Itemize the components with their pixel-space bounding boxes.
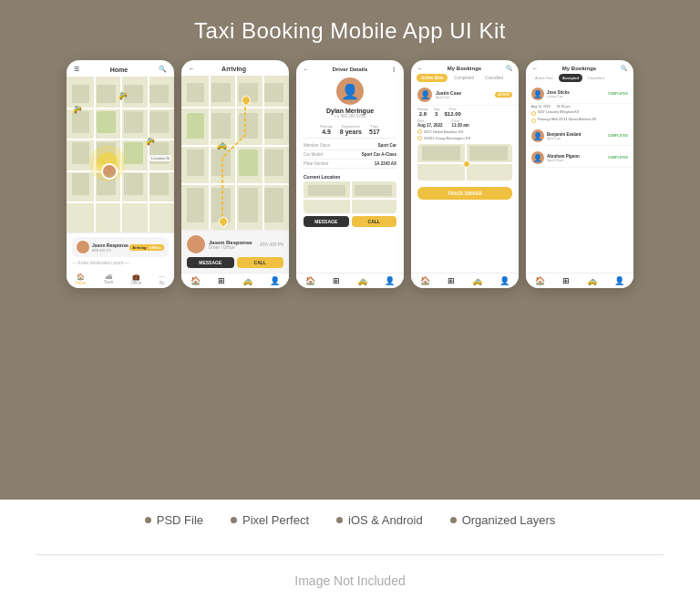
trips-value: 517 (369, 129, 380, 135)
driver-arriving-bar: Jason Response ATA 430 P9 Arriving 4 Mil… (72, 237, 169, 257)
phone2-nav: 🏠 ⊞ 🚕 👤 (181, 273, 289, 288)
nav-car-icon-p5[interactable]: 🚕 (587, 276, 597, 285)
nav-grid-icon-p3[interactable]: ⊞ (333, 276, 340, 285)
driver-detail-p2: Jason Response Driver / Officer (209, 240, 256, 250)
top-section: Taxi Booking Mobile App UI Kit ☰ Home 🔍 (0, 0, 700, 500)
tab-cancelled[interactable]: Cancelled (480, 74, 508, 82)
feature-organized: Organized Layers (450, 513, 556, 527)
call-btn-p3[interactable]: CALL (352, 216, 397, 227)
town-icon: 🏙 (104, 274, 114, 280)
message-btn-p2[interactable]: MESSAGE (187, 257, 234, 268)
date-row: Date Aug 17, 2022 From 11:30 am (411, 119, 519, 129)
nav-more[interactable]: ⋯ Bu (159, 274, 165, 285)
feature-ios: iOS & Android (336, 513, 423, 527)
phone1-nav: 🏠 Home 🏙 Town 💼 Office ⋯ Bu (67, 271, 174, 288)
p5-from-dot-1 (531, 111, 536, 116)
nav-town[interactable]: 🏙 Town (104, 274, 114, 285)
p5-avatar-2: 👤 (531, 129, 544, 142)
phone1-header: ☰ Home 🔍 (67, 60, 174, 77)
more-icon: ⋯ (159, 274, 165, 281)
nav-user-icon-p4[interactable]: 👤 (499, 276, 510, 285)
p5-tab-active[interactable]: Active Now (531, 74, 557, 82)
nav-car-icon-p2[interactable]: 🚕 (242, 276, 252, 285)
phones-container: ☰ Home 🔍 (67, 60, 633, 288)
phone-home: ☰ Home 🔍 (67, 60, 174, 288)
back-icon-p5[interactable]: ← (532, 66, 538, 71)
back-icon-p3[interactable]: ← (304, 67, 309, 72)
tab-active-now[interactable]: Active Now (417, 74, 448, 82)
phone5-header: ← My Bookings 🔍 (526, 60, 633, 74)
call-btn-p2[interactable]: CALL (237, 257, 284, 268)
phone-my-bookings-active: ← My Bookings 🔍 Active Now Completed Can… (411, 60, 519, 288)
back-icon-p4[interactable]: ← (417, 66, 423, 71)
phone2-title: Arriving (221, 66, 246, 72)
p5-status-1: COMPLETED (608, 92, 628, 96)
stat-price: Price $12.00 (445, 108, 461, 117)
driver-plate-p2: ATA 430 P9 (260, 242, 283, 247)
p5-tab-accepted[interactable]: Accepted (559, 74, 582, 82)
nav-home-icon-p3[interactable]: 🏠 (305, 276, 315, 285)
search-icon-p5[interactable]: 🔍 (621, 65, 627, 71)
driver-phone: +1 400 265 6785 (335, 114, 365, 119)
nav-office[interactable]: 💼 Office (131, 274, 142, 285)
driver-avatar-small (77, 241, 89, 253)
nav-home[interactable]: 🏠 Home (76, 274, 87, 285)
nav-car-icon-p3[interactable]: 🚕 (357, 276, 367, 285)
nav-grid-icon-p4[interactable]: ⊞ (448, 276, 455, 285)
current-location-label: Current Location (296, 171, 404, 181)
bottom-section: PSD File Pixel Perfect iOS & Android Org… (0, 500, 700, 609)
track-driver-btn[interactable]: TRACK DRIVER (417, 187, 512, 200)
p5-booking-2: 👤 Benjamin Evalant Sport Car COMPLETED (526, 127, 633, 146)
nav-user-icon-p5[interactable]: 👤 (614, 276, 624, 285)
p5-avatar-1: 👤 (531, 88, 544, 100)
p5-tab-cancelled[interactable]: Cancelled (584, 74, 608, 82)
nav-grid-icon-p5[interactable]: ⊞ (562, 276, 570, 285)
arriving-badge: Arriving 4 Miles (129, 244, 164, 251)
nav-grid-icon-p2[interactable]: ⊞ (218, 276, 225, 285)
message-btn-p3[interactable]: MESSAGE (304, 216, 349, 227)
p5-sub-1: Luxury Car (547, 95, 605, 98)
nav-car-icon-p4[interactable]: 🚕 (472, 276, 482, 285)
experience-stat: Experience 8 years (340, 124, 362, 135)
p5-from-1: 6437 Leisurety Effingham KS (526, 109, 633, 117)
to-dot (417, 136, 422, 140)
car-on-route: 🚕 (216, 139, 227, 150)
feature-pixel: Pixel Perfect (231, 513, 309, 527)
nav-user-icon-p3[interactable]: 👤 (385, 276, 395, 285)
nav-home-icon-p4[interactable]: 🏠 (420, 276, 430, 285)
search-icon[interactable]: 🔍 (159, 66, 167, 73)
from-location: 3257 Nickel Basehor KS (411, 129, 519, 135)
divider-bottom (36, 554, 664, 555)
p5-to-1: Flamingo Mall 32714 Spruce Atchison KS (526, 117, 633, 124)
back-icon-p2[interactable]: ← (189, 66, 195, 72)
more-dots-p3[interactable]: ⋮ (391, 66, 396, 72)
destination-placeholder: — Enter destination point — (72, 260, 169, 265)
booking-sub: Sport Car (436, 96, 491, 99)
nav-home-icon-p5[interactable]: 🏠 (535, 276, 545, 285)
nav-home-icon-p2[interactable]: 🏠 (190, 276, 201, 285)
route-svg (181, 76, 289, 230)
driver-profile: 👤 Dylan Meringue +1 400 265 6785 (296, 74, 404, 121)
tab-completed[interactable]: Completed (449, 74, 479, 82)
driver-name-p2: Jason Response (209, 240, 256, 245)
p5-info-1: Joss Sticks Luxury Car (547, 90, 605, 98)
phone4-title: My Bookings (448, 66, 481, 71)
active-badge: ACTIVE (495, 92, 512, 98)
stats-row: Ratings 4.9 Experience 8 years Trips 517 (296, 121, 404, 138)
to-location: 53201 Young Bennington KS (411, 135, 519, 141)
feature-dot-psd (145, 517, 151, 523)
page-title: Taxi Booking Mobile App UI Kit (194, 18, 506, 44)
menu-icon[interactable]: ☰ (74, 66, 79, 73)
p5-status-2: COMPLETED (608, 134, 628, 138)
p5-info-2: Benjamin Evalant Sport Car (547, 132, 605, 140)
driver-big-avatar: 👤 (336, 77, 364, 105)
phone-driver-details: ← Driver Details ⋮ 👤 Dylan Meringue +1 4… (296, 60, 404, 288)
phone3-header: ← Driver Details ⋮ (296, 60, 404, 74)
member-since-row: Member Since Sport Car (304, 141, 396, 150)
nav-user-icon-p2[interactable]: 👤 (270, 276, 280, 285)
stat-trips: Trips 3 (433, 108, 440, 117)
small-map-p3 (304, 181, 396, 213)
phone3-nav: 🏠 ⊞ 🚕 👤 (296, 273, 404, 288)
search-icon-p4[interactable]: 🔍 (506, 65, 512, 71)
car-model-row: Car Model Sport Car A-Class (304, 150, 396, 160)
